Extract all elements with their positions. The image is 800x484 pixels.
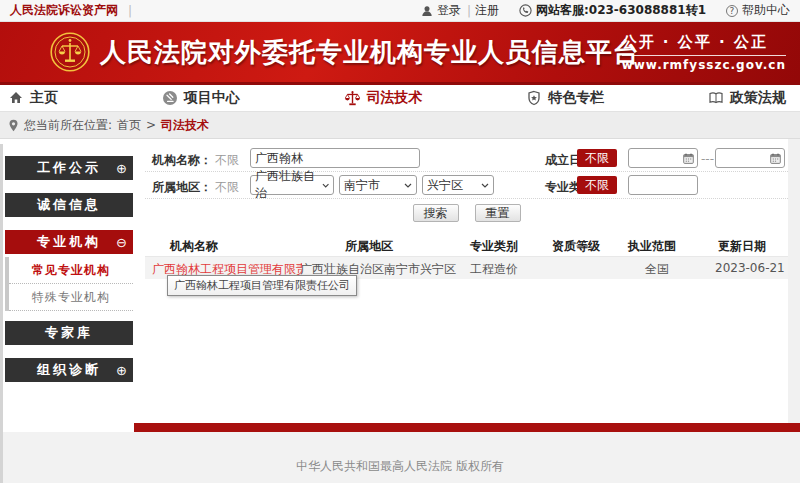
col-header-category: 专业类别: [470, 238, 518, 255]
established-any-button[interactable]: 不限: [577, 149, 617, 167]
right-gutter: [788, 139, 800, 423]
content-panel: 机构名称： 不限 成立日期： 不限 --- 所属地区： 不限 广西壮族自治: [145, 145, 788, 279]
date-from-input[interactable]: [628, 148, 698, 168]
filter-row-2: 所属地区： 不限 广西壮族自治 南宁市 兴宁区 专业类别： 不限: [145, 172, 788, 199]
district-select-value: 兴宁区: [427, 177, 463, 194]
breadcrumb-separator: >: [146, 118, 156, 132]
nav-label: 特色专栏: [548, 89, 604, 107]
category-input[interactable]: [628, 175, 698, 195]
sidebar-item-integrity-info[interactable]: 诚信信息: [5, 193, 133, 217]
book-icon: [708, 90, 724, 106]
expand-icon: ⊕: [116, 161, 127, 176]
search-button[interactable]: 搜索: [413, 204, 459, 222]
sidebar-item-label: 专家库: [45, 324, 93, 342]
court-emblem-logo: [50, 32, 90, 72]
collapse-icon: ⊖: [116, 235, 127, 250]
phone-icon: [519, 4, 532, 17]
footer: 中华人民共和国最高人民法院 版权所有: [0, 432, 800, 483]
login-register-divider: |: [467, 4, 471, 18]
expand-icon: ⊕: [116, 363, 127, 378]
login-link[interactable]: 登录: [437, 2, 461, 19]
register-link[interactable]: 注册: [475, 2, 499, 19]
sidebar-item-org-diagnosis[interactable]: 组织诊断 ⊕: [5, 358, 133, 382]
category-any-button[interactable]: 不限: [577, 176, 617, 194]
chevron-down-icon: [481, 183, 489, 188]
table-header-row: 机构名称 所属地区 专业类别 资质等级 执业范围 更新日期: [145, 233, 788, 257]
row-category: 工程造价: [470, 261, 518, 278]
nav-label: 项目中心: [184, 89, 240, 107]
scales-icon: [344, 90, 361, 107]
home-icon: [8, 90, 24, 106]
sidebar-subitem-common-orgs[interactable]: 常见专业机构: [9, 257, 133, 284]
sidebar-subitem-special-orgs[interactable]: 特殊专业机构: [9, 284, 133, 311]
city-select-value: 南宁市: [344, 177, 380, 194]
date-to-input[interactable]: [715, 148, 785, 168]
org-name-label: 机构名称：: [152, 152, 212, 169]
row-update-date: 2023-06-21: [715, 261, 785, 275]
col-header-scope: 执业范围: [628, 238, 676, 255]
site-url: www.rmfysszc.gov.cn: [622, 58, 786, 72]
org-name-input[interactable]: [250, 148, 420, 168]
content-bottom-bar: [134, 423, 800, 432]
nav-project-center[interactable]: 项目中心: [162, 89, 240, 107]
sidebar: 工作公示 ⊕ 诚信信息 专业机构 ⊖ 常见专业机构 特殊专业机构 专家库 组织诊…: [5, 156, 133, 395]
region-label: 所属地区：: [152, 179, 212, 196]
left-scrollbar[interactable]: [0, 144, 3, 483]
top-utility-bar: 人民法院诉讼资产网 | 登录 | 注册 网站客服:023-63088881转1 …: [0, 0, 800, 22]
header-right: 公开 · 公平 · 公正 www.rmfysszc.gov.cn: [622, 33, 786, 72]
shield-star-icon: [526, 90, 542, 106]
help-link[interactable]: 帮助中心: [742, 2, 790, 19]
nav-label: 政策法规: [730, 89, 786, 107]
calendar-icon[interactable]: [683, 153, 694, 164]
nav-label: 司法技术: [367, 89, 423, 107]
nav-judicial-technology[interactable]: 司法技术: [344, 89, 423, 107]
user-icon: [421, 5, 433, 17]
breadcrumb: 您当前所在位置: 首页 > 司法技术: [0, 112, 800, 139]
page: 人民法院诉讼资产网 | 登录 | 注册 网站客服:023-63088881转1 …: [0, 0, 800, 484]
nav-policies-regulations[interactable]: 政策法规: [708, 89, 786, 107]
nav-home[interactable]: 主页: [8, 89, 58, 107]
sidebar-item-work-publicity[interactable]: 工作公示 ⊕: [5, 156, 133, 180]
service-group: 网站客服:023-63088881转1: [519, 2, 706, 19]
chevron-down-icon: [404, 183, 412, 188]
sidebar-submenu: 常见专业机构 特殊专业机构: [5, 257, 133, 311]
slogan-divider: [622, 55, 786, 56]
login-group: 登录 | 注册: [421, 2, 499, 19]
nav-featured-column[interactable]: 特色专栏: [526, 89, 604, 107]
site-header: 人民法院对外委托专业机构专业人员信息平台 公开 · 公平 · 公正 www.rm…: [0, 22, 800, 82]
page-title: 人民法院对外委托专业机构专业人员信息平台: [100, 35, 640, 70]
breadcrumb-current[interactable]: 司法技术: [161, 117, 209, 134]
district-select[interactable]: 兴宁区: [422, 175, 494, 195]
site-name-link[interactable]: 人民法院诉讼资产网: [10, 2, 118, 19]
org-name-any-option: 不限: [215, 152, 239, 169]
sidebar-item-label: 诚信信息: [37, 196, 101, 214]
sidebar-item-professional-orgs[interactable]: 专业机构 ⊖: [5, 230, 133, 254]
location-pin-icon: [8, 119, 19, 132]
filter-row-1: 机构名称： 不限 成立日期： 不限 ---: [145, 145, 788, 172]
breadcrumb-home[interactable]: 首页: [117, 117, 141, 134]
filter-actions: 搜索 重置: [145, 199, 788, 227]
row-scope: 全国: [645, 261, 669, 278]
main-area: 工作公示 ⊕ 诚信信息 专业机构 ⊖ 常见专业机构 特殊专业机构 专家库 组织诊…: [0, 139, 800, 432]
slogan: 公开 · 公平 · 公正: [622, 33, 786, 52]
chevron-down-icon: [322, 183, 329, 188]
col-header-update-date: 更新日期: [718, 238, 766, 255]
region-any-option: 不限: [215, 179, 239, 196]
sidebar-item-label: 工作公示: [37, 159, 101, 177]
reset-button[interactable]: 重置: [475, 204, 521, 222]
city-select[interactable]: 南宁市: [339, 175, 417, 195]
org-name-tooltip: 广西翰林工程项目管理有限责任公司: [167, 275, 357, 296]
copyright-text: 中华人民共和国最高人民法院 版权所有: [296, 458, 504, 475]
service-hotline: 网站客服:023-63088881转1: [536, 2, 706, 19]
col-header-region: 所属地区: [345, 238, 393, 255]
province-select-value: 广西壮族自治: [255, 168, 322, 202]
sidebar-item-label: 组织诊断: [37, 361, 101, 379]
topbar-divider: |: [128, 4, 132, 18]
date-range-separator: ---: [701, 152, 714, 166]
breadcrumb-prefix: 您当前所在位置:: [24, 117, 112, 134]
topbar-right: 登录 | 注册 网站客服:023-63088881转1 ? 帮助中心: [407, 2, 790, 19]
province-select[interactable]: 广西壮族自治: [250, 175, 334, 195]
calendar-icon[interactable]: [770, 153, 781, 164]
col-header-grade: 资质等级: [552, 238, 600, 255]
sidebar-item-expert-pool[interactable]: 专家库: [5, 321, 133, 345]
